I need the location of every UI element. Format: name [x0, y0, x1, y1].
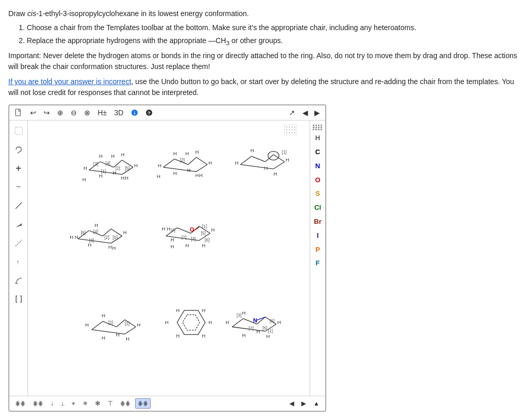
template-btn-1[interactable]: ⋕⋕ — [12, 398, 28, 409]
chair-6: H H H H H H [2] [1] — [85, 313, 141, 342]
svg-text:[5]: [5] — [113, 235, 117, 240]
add-tool[interactable]: + — [11, 161, 26, 176]
molecule-editor: ↩ ↪ ⊕ ⊖ ⊗ H± 3D i ? ↗ ◀ ▶ + − — [8, 104, 326, 412]
bracket-tool[interactable] — [11, 292, 26, 306]
svg-line-140 — [257, 317, 265, 320]
svg-text:[2]: [2] — [115, 166, 120, 171]
svg-line-65 — [273, 162, 284, 169]
nav-left-button[interactable]: ◀ — [300, 107, 310, 118]
svg-text:[4]: [4] — [170, 227, 175, 233]
chair-4: H H H H H H H [6] [4] [2] [5] [3] — [70, 222, 127, 251]
svg-text:H: H — [185, 151, 189, 156]
element-S[interactable]: S — [310, 188, 325, 200]
svg-point-19 — [286, 132, 287, 133]
instructions-block: Draw cis-1-ethyl-3-isopropylcyclohexane … — [8, 8, 524, 98]
svg-line-111 — [92, 321, 103, 330]
charge-tool[interactable]: ↑ — [11, 254, 26, 269]
svg-text:H: H — [121, 152, 125, 157]
element-O[interactable]: O — [310, 174, 325, 186]
element-C[interactable]: C — [310, 146, 325, 158]
undo-button[interactable]: ↩ — [28, 107, 38, 118]
svg-text:H: H — [250, 148, 254, 154]
svg-text:H: H — [242, 310, 246, 316]
svg-line-115 — [125, 327, 136, 334]
svg-text:H: H — [187, 167, 191, 173]
expand-button[interactable]: ↗ — [287, 107, 297, 118]
template-nav-left[interactable]: ◀ — [287, 398, 297, 409]
h-label-button[interactable]: H± — [96, 107, 109, 118]
element-Cl[interactable]: Cl — [310, 202, 325, 214]
element-Br[interactable]: Br — [310, 216, 325, 228]
svg-line-92 — [177, 228, 191, 234]
svg-text:H: H — [121, 176, 125, 181]
template-btn-2[interactable]: ⋕⋕ — [30, 398, 46, 409]
svg-text:[2]: [2] — [104, 235, 109, 240]
svg-text:↑: ↑ — [16, 259, 19, 266]
nav-right-button[interactable]: ▶ — [312, 107, 322, 118]
svg-text:H: H — [125, 176, 128, 181]
3d-button[interactable]: 3D — [112, 107, 126, 118]
template-btn-3[interactable]: ↓ — [48, 398, 56, 409]
svg-text:H: H — [157, 174, 161, 180]
svg-text:H: H — [173, 170, 177, 176]
zoom-out-button[interactable]: ⊖ — [69, 107, 79, 118]
svg-line-44 — [163, 159, 174, 167]
lasso-tool[interactable] — [11, 142, 26, 157]
ring-tool[interactable] — [11, 273, 26, 288]
svg-text:H: H — [273, 171, 277, 177]
help-button[interactable]: ? — [143, 108, 155, 117]
element-panel: H C N O S Cl Br I P F — [310, 120, 325, 396]
svg-text:?: ? — [148, 111, 151, 116]
info-button[interactable]: i — [129, 108, 140, 117]
svg-text:H: H — [116, 332, 119, 338]
template-btn-10[interactable]: ⋕⋕ — [135, 398, 151, 409]
redo-button[interactable]: ↪ — [42, 107, 52, 118]
element-H[interactable]: H — [310, 132, 325, 144]
template-btn-6[interactable]: ✳ — [80, 398, 90, 409]
chair-8: N H H H H H H [3] [2] [5] [6] [1] — [225, 310, 281, 339]
svg-text:H: H — [134, 163, 138, 168]
zoom-in-button[interactable]: ⊕ — [55, 107, 65, 118]
svg-text:[2]: [2] — [181, 235, 186, 240]
new-button[interactable] — [12, 107, 25, 118]
select-tool[interactable] — [11, 124, 26, 138]
svg-text:[5]: [5] — [262, 326, 267, 331]
bond-single-tool[interactable] — [11, 198, 26, 213]
svg-text:[1]: [1] — [125, 321, 129, 327]
svg-text:[1]: [1] — [101, 169, 106, 174]
template-nav-right[interactable]: ▶ — [299, 398, 309, 409]
element-I[interactable]: I — [310, 230, 325, 242]
svg-point-18 — [295, 129, 296, 130]
bond-wedge-tool[interactable] — [11, 217, 26, 232]
svg-text:H: H — [123, 230, 127, 236]
incorrect-link[interactable]: If you are told your answer is incorrect — [8, 77, 131, 86]
svg-text:H: H — [112, 245, 116, 251]
svg-text:[5]: [5] — [125, 166, 129, 171]
element-F[interactable]: F — [310, 258, 325, 269]
svg-text:H: H — [102, 313, 105, 319]
svg-text:H: H — [173, 151, 177, 156]
question-title: Draw cis-1-ethyl-3-isopropylcyclohexane … — [8, 8, 524, 19]
template-btn-5[interactable]: ⌖ — [69, 398, 78, 409]
svg-text:H: H — [165, 319, 169, 325]
svg-text:[3]: [3] — [89, 238, 94, 244]
step1: 1. Choose a chair from the Templates too… — [19, 22, 524, 33]
zoom-reset-button[interactable]: ⊗ — [82, 107, 92, 118]
bond-dots-tool[interactable] — [11, 236, 26, 250]
template-scroll-up[interactable]: ▲ — [311, 398, 322, 409]
chair-7: H H H H H H — [165, 307, 212, 339]
template-btn-8[interactable]: ⊤ — [105, 398, 115, 409]
svg-text:H: H — [277, 319, 281, 325]
element-N[interactable]: N — [310, 160, 325, 172]
element-P[interactable]: P — [310, 244, 325, 256]
svg-text:[3]: [3] — [191, 236, 195, 241]
svg-point-12 — [289, 127, 290, 128]
template-btn-9[interactable]: ⋕⋕ — [117, 398, 133, 409]
svg-line-48 — [196, 165, 207, 172]
svg-text:[1]: [1] — [268, 328, 273, 333]
canvas-area[interactable]: H H H H H H H H H H [4] [3] [2] [5] [1 — [28, 120, 310, 396]
template-btn-4[interactable]: ⟂ — [58, 398, 67, 409]
top-toolbar: ↩ ↪ ⊕ ⊖ ⊗ H± 3D i ? ↗ ◀ ▶ — [9, 105, 325, 120]
template-btn-7[interactable]: ✻ — [92, 398, 103, 409]
erase-tool[interactable]: − — [11, 180, 26, 194]
